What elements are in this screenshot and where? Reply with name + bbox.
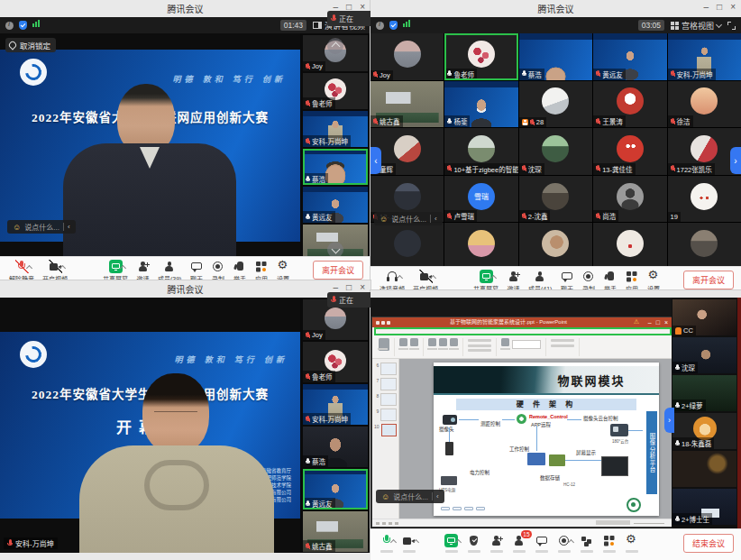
toolbar-button[interactable] xyxy=(553,534,574,553)
toolbar-button[interactable]: 邀请 xyxy=(503,270,524,290)
collapse-chat-icon[interactable]: ‹ xyxy=(436,492,439,500)
participant-tile[interactable]: 姚古鑫 xyxy=(370,81,444,128)
participant-tile[interactable]: 黄远友 xyxy=(593,33,666,80)
participant-tile[interactable]: 19 xyxy=(668,176,741,223)
toolbar-button[interactable]: 邀请 xyxy=(133,260,153,280)
toolbar-button[interactable]: 应用 xyxy=(251,260,271,280)
participant-tile[interactable] xyxy=(672,451,736,487)
toolbar-button[interactable]: 成员(41) xyxy=(525,270,555,290)
chat-quick-input[interactable]: ☺ 说点什么... ‹ xyxy=(376,490,444,503)
security-shield-icon[interactable] xyxy=(19,21,27,30)
titlebar[interactable]: 腾讯会议 –□× xyxy=(0,280,370,298)
toolbar-button[interactable]: 举手 xyxy=(229,260,250,280)
sidebar-expand-button[interactable]: › xyxy=(664,408,674,433)
maximize-button[interactable]: □ xyxy=(346,282,352,292)
participant-tile[interactable]: 2-沈鑫 xyxy=(519,176,592,223)
main-video-area[interactable]: 明德 敦和 笃行 创新 2022年安徽省大学生物联网应用创新大赛 开幕式 202… xyxy=(0,298,300,553)
toolbar-button[interactable]: 设置 xyxy=(643,270,663,290)
leave-meeting-button[interactable]: 离开会议 xyxy=(683,271,734,289)
participant-tile[interactable]: 安科-万尚坤 xyxy=(303,384,368,425)
participant-tile[interactable]: 沈琛 xyxy=(519,128,592,175)
minimize-button[interactable]: – xyxy=(704,2,709,12)
participant-tile[interactable]: 蔡浩 xyxy=(303,427,368,467)
toolbar-button[interactable]: 开启视频 xyxy=(39,260,71,280)
participant-tile[interactable]: 黄远友 xyxy=(303,187,368,223)
participant-tile[interactable]: 2+绿萝 xyxy=(672,375,736,411)
emoji-icon[interactable]: ☺ xyxy=(381,492,389,501)
slide-thumbnail[interactable]: 6 xyxy=(374,363,397,375)
participant-tile[interactable]: 杨斐 xyxy=(444,81,517,128)
participant-tile[interactable]: 姚古鑫 xyxy=(303,511,368,552)
titlebar[interactable]: 腾讯会议 –□× xyxy=(0,0,370,17)
close-button[interactable]: × xyxy=(730,2,736,12)
participant-tile[interactable]: 鲁老师 xyxy=(303,342,368,382)
participant-tile[interactable]: 尚浩 xyxy=(593,176,666,223)
leave-meeting-button[interactable]: 离开会议 xyxy=(313,261,363,280)
toolbar-button[interactable]: 举手 xyxy=(599,270,620,290)
toolbar-button[interactable]: 共享屏幕 xyxy=(470,270,502,290)
toolbar-button[interactable] xyxy=(441,534,462,553)
ppt-maximize-button[interactable]: □ xyxy=(656,319,660,326)
slide-thumbnail[interactable]: 9 xyxy=(374,409,397,421)
minimize-button[interactable]: – xyxy=(334,282,339,292)
participant-tile[interactable]: 鲁老师 xyxy=(303,73,368,109)
slide-thumbnail[interactable]: 10 xyxy=(374,424,397,436)
slide-thumbnail[interactable]: 8 xyxy=(374,393,397,406)
participant-tile[interactable] xyxy=(444,223,517,266)
toolbar-button[interactable]: 共享屏幕 xyxy=(99,260,132,280)
ribbon-button[interactable] xyxy=(450,338,458,346)
ribbon-dropdown[interactable] xyxy=(512,340,541,349)
ribbon-button[interactable] xyxy=(399,338,407,346)
chat-placeholder[interactable]: 说点什么... xyxy=(393,491,428,501)
collapse-chat-icon[interactable]: ‹ xyxy=(435,215,437,223)
end-meeting-button[interactable]: 结束会议 xyxy=(683,534,734,553)
participant-tile[interactable] xyxy=(593,223,666,266)
quick-access-toolbar-icons[interactable] xyxy=(376,321,380,325)
screen-share-area[interactable]: 基于物联网的智能家居系统设计.ppt - PowerPoint ⚠ –□× xyxy=(370,298,674,528)
toolbar-button[interactable]: 应用 xyxy=(621,270,642,290)
unpin-button[interactable]: 取消锁定 xyxy=(5,38,56,52)
participant-tile[interactable]: 18-朱鑫磊 xyxy=(672,413,736,449)
toolbar-button[interactable]: 录制 xyxy=(207,260,228,280)
ribbon-button[interactable] xyxy=(501,338,509,346)
toolbar-button[interactable]: 15 xyxy=(508,534,529,553)
fullscreen-icon[interactable] xyxy=(727,22,736,30)
toolbar-button[interactable]: 解除静音 xyxy=(5,260,38,280)
participant-tile[interactable]: 10+基于zigbee的智能家... xyxy=(444,128,517,175)
participant-tile[interactable]: 沈琛 xyxy=(672,337,736,373)
chat-quick-input[interactable]: ☺ 说点什么... ‹ xyxy=(374,212,443,225)
ribbon-button[interactable] xyxy=(439,338,447,346)
participant-tile[interactable] xyxy=(668,223,741,266)
scroll-chevron-icon[interactable] xyxy=(332,42,341,51)
chat-quick-input[interactable]: ☺ 说点什么... ‹ xyxy=(7,220,76,234)
participant-tile[interactable]: 黄远友 xyxy=(303,469,368,510)
participant-tile[interactable] xyxy=(519,223,592,266)
chat-placeholder[interactable]: 说点什么... xyxy=(391,214,426,224)
ribbon-button[interactable] xyxy=(379,338,389,351)
collapse-chat-icon[interactable]: ‹ xyxy=(68,223,70,231)
participant-tile[interactable]: 蔡浩 xyxy=(519,33,592,80)
participant-tile[interactable]: 13-龚佳佳 xyxy=(593,128,666,175)
grid-prev-page-button[interactable]: ‹ xyxy=(370,147,381,174)
titlebar[interactable]: 腾讯会议 –□× xyxy=(370,0,741,17)
toolbar-button[interactable]: 聊天 xyxy=(556,270,577,290)
participant-tile[interactable]: 蔡浩 xyxy=(303,149,368,185)
participant-tile[interactable]: Joy xyxy=(370,33,444,80)
ppt-minimize-button[interactable]: – xyxy=(648,319,652,326)
grid-next-page-button[interactable]: › xyxy=(730,147,741,174)
toolbar-button[interactable] xyxy=(376,534,397,553)
ribbon-button[interactable] xyxy=(410,338,418,346)
close-button[interactable]: × xyxy=(360,282,365,292)
participant-tile[interactable]: Joy xyxy=(303,35,368,71)
ppt-close-button[interactable]: × xyxy=(664,319,668,326)
scroll-chevron-icon[interactable] xyxy=(332,245,341,254)
security-shield-icon[interactable] xyxy=(389,21,398,30)
toolbar-button[interactable] xyxy=(576,534,597,553)
toolbar-button[interactable]: 聊天 xyxy=(186,260,206,280)
participant-tile[interactable]: 王景涛 xyxy=(593,81,666,128)
toolbar-button[interactable]: 录制 xyxy=(578,270,599,290)
toolbar-button[interactable]: 设置 xyxy=(272,260,293,280)
chat-placeholder[interactable]: 说点什么... xyxy=(24,222,59,232)
toolbar-button[interactable]: 开启视频 xyxy=(409,270,442,290)
participant-tile[interactable]: 28 xyxy=(519,81,592,128)
